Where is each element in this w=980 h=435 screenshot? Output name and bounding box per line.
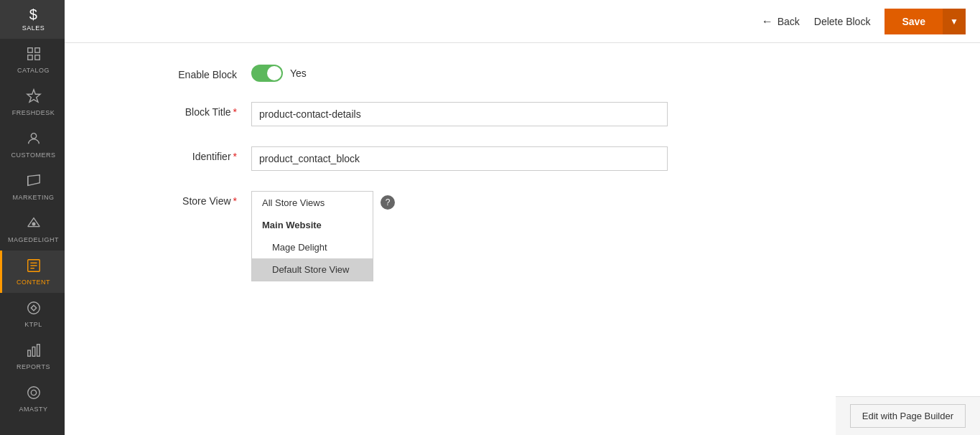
catalog-icon (26, 46, 42, 64)
delete-block-button[interactable]: Delete Block (814, 16, 871, 27)
sidebar-item-customers[interactable]: CUSTOMERS (0, 123, 65, 166)
store-option-mage-delight[interactable]: Mage Delight (252, 236, 373, 258)
store-view-help-icon[interactable]: ? (381, 195, 395, 210)
save-button-group: Save ▼ (885, 9, 966, 34)
enable-block-control: Yes (251, 65, 668, 82)
save-dropdown-icon: ▼ (950, 17, 958, 27)
identifier-label: Identifier* (151, 146, 251, 162)
sidebar-item-label-catalog: CATALOG (17, 67, 50, 74)
content-icon (26, 258, 42, 276)
back-arrow-icon: ← (762, 15, 773, 28)
header-bar: ← Back Delete Block Save ▼ (65, 0, 980, 43)
save-dropdown-button[interactable]: ▼ (943, 9, 966, 34)
back-label: Back (778, 16, 800, 27)
svg-rect-1 (34, 48, 39, 52)
enable-block-toggle-wrap: Yes (251, 65, 668, 82)
sidebar-item-label-marketing: MARKETING (12, 194, 54, 201)
sidebar-item-sales[interactable]: $ SALES (0, 0, 65, 39)
sidebar-item-reports[interactable]: REPORTS (0, 335, 65, 378)
enable-block-label: Enable Block (151, 65, 251, 80)
identifier-control (251, 146, 668, 171)
enable-block-toggle[interactable] (251, 65, 283, 82)
svg-rect-0 (27, 48, 32, 52)
form-area: Enable Block Yes Block Title* (65, 43, 980, 435)
store-view-required: * (233, 195, 237, 207)
sidebar-item-label-reports: REPORTS (17, 363, 50, 370)
sidebar-item-freshdesk[interactable]: FRESHDESK (0, 81, 65, 123)
edit-page-builder-button[interactable]: Edit with Page Builder (850, 404, 966, 428)
sidebar-item-label-magedelight: MAGEDELIGHT (8, 236, 59, 243)
store-view-wrap: All Store Views Main Website Mage Deligh… (251, 191, 668, 281)
sidebar-item-marketing[interactable]: MARKETING (0, 166, 65, 208)
enable-block-yes-label: Yes (290, 67, 307, 79)
ktpl-icon (26, 300, 42, 318)
svg-rect-15 (27, 350, 30, 356)
block-title-control (251, 102, 668, 126)
sidebar-item-catalog[interactable]: CATALOG (0, 39, 65, 81)
svg-rect-17 (37, 345, 39, 357)
magedelight-icon (26, 215, 42, 233)
sidebar-item-label-ktpl: KTPL (24, 321, 42, 328)
store-view-listbox[interactable]: All Store Views Main Website Mage Deligh… (251, 191, 373, 281)
save-label: Save (902, 16, 925, 27)
sidebar-item-amasty[interactable]: AMASTY (0, 378, 65, 420)
svg-point-9 (32, 223, 35, 225)
footer-bar: Edit with Page Builder (836, 396, 980, 435)
amasty-icon (26, 385, 42, 403)
toggle-slider (251, 65, 283, 82)
store-option-all[interactable]: All Store Views (252, 192, 373, 214)
block-title-row: Block Title* (151, 102, 951, 126)
svg-marker-4 (27, 90, 39, 102)
block-title-input[interactable] (251, 102, 668, 126)
sidebar-item-label-sales: SALES (22, 24, 45, 32)
save-button[interactable]: Save (885, 9, 943, 34)
back-button[interactable]: ← Back (762, 15, 800, 28)
sidebar: $ SALES CATALOG FRESHDESK CUSTOMERS MARK… (0, 0, 65, 435)
main-content: ← Back Delete Block Save ▼ Enable Block (65, 0, 980, 435)
store-option-main-website[interactable]: Main Website (252, 214, 373, 236)
marketing-icon (26, 173, 42, 191)
store-view-control: All Store Views Main Website Mage Deligh… (251, 191, 668, 281)
sidebar-item-label-customers: CUSTOMERS (11, 151, 56, 159)
svg-rect-16 (32, 347, 35, 356)
store-view-label: Store View* (151, 191, 251, 207)
sidebar-item-magedelight[interactable]: MAGEDELIGHT (0, 208, 65, 251)
identifier-row: Identifier* (151, 146, 951, 171)
svg-point-19 (27, 387, 39, 399)
svg-rect-2 (27, 55, 32, 60)
identifier-required: * (233, 151, 237, 162)
reports-icon (26, 342, 42, 360)
customers-icon (26, 131, 42, 149)
block-title-label: Block Title* (151, 102, 251, 118)
svg-point-14 (27, 302, 39, 314)
edit-page-builder-label: Edit with Page Builder (862, 411, 953, 421)
delete-block-label: Delete Block (814, 16, 871, 27)
svg-marker-6 (27, 175, 39, 186)
sales-icon: $ (29, 7, 38, 22)
block-title-required: * (233, 106, 237, 118)
sidebar-item-ktpl[interactable]: KTPL (0, 293, 65, 335)
identifier-input[interactable] (251, 146, 668, 171)
svg-rect-3 (34, 55, 39, 60)
store-option-default-store[interactable]: Default Store View (252, 258, 373, 281)
sidebar-item-content[interactable]: CONTENT (0, 251, 65, 293)
sidebar-item-label-content: CONTENT (17, 279, 50, 286)
svg-point-18 (31, 390, 36, 395)
sidebar-item-label-amasty: AMASTY (19, 406, 47, 413)
store-view-row: Store View* All Store Views Main Website… (151, 191, 951, 281)
freshdesk-icon (26, 88, 42, 106)
svg-point-5 (31, 134, 36, 139)
sidebar-item-label-freshdesk: FRESHDESK (12, 109, 55, 116)
enable-block-row: Enable Block Yes (151, 65, 951, 82)
